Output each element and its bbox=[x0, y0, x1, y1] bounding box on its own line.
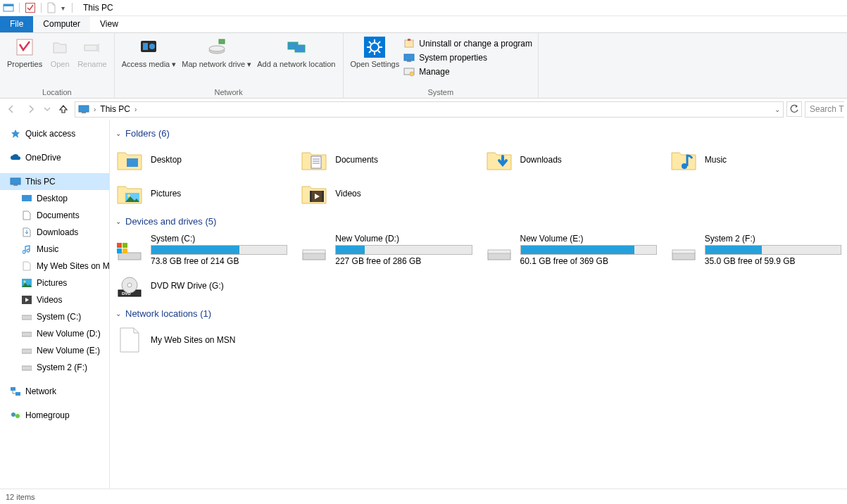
chevron-right-icon[interactable]: › bbox=[94, 106, 96, 113]
up-button[interactable] bbox=[55, 101, 72, 118]
nav-videos[interactable]: Videos bbox=[0, 291, 109, 308]
drive-dvd-g[interactable]: DVD DVD RW Drive (G:) bbox=[113, 270, 290, 301]
refresh-button[interactable] bbox=[786, 101, 802, 117]
ribbon-group-label: System bbox=[348, 87, 534, 98]
folder-music[interactable]: Music bbox=[667, 144, 844, 175]
netloc-msn[interactable]: My Web Sites on MSN bbox=[113, 325, 290, 355]
videos-icon bbox=[21, 294, 32, 305]
nav-documents[interactable]: Documents bbox=[0, 207, 109, 224]
nav-my-web-sites[interactable]: My Web Sites on MSN bbox=[0, 258, 109, 275]
divider bbox=[41, 3, 42, 13]
folder-icon bbox=[115, 146, 144, 174]
qat-checkbox-icon[interactable] bbox=[25, 2, 36, 13]
folder-icon bbox=[670, 146, 698, 174]
drive-new-volume-d[interactable]: New Volume (D:) 227 GB free of 286 GB bbox=[297, 232, 475, 267]
map-network-drive-button[interactable]: Map network drive ▾ bbox=[179, 34, 254, 70]
nav-system-c[interactable]: System (C:) bbox=[0, 308, 109, 325]
svg-rect-4 bbox=[84, 45, 97, 51]
nav-new-volume-e[interactable]: New Volume (E:) bbox=[0, 342, 109, 359]
desktop-icon bbox=[21, 193, 32, 204]
svg-point-53 bbox=[127, 194, 130, 197]
open-settings-button[interactable]: Open Settings bbox=[348, 34, 403, 70]
qat-dropdown-icon[interactable]: ▾ bbox=[59, 4, 67, 12]
chevron-down-icon[interactable]: ⌄ bbox=[774, 106, 780, 113]
media-icon bbox=[137, 36, 160, 58]
folder-downloads[interactable]: Downloads bbox=[482, 144, 660, 175]
nav-system2-f[interactable]: System 2 (F:) bbox=[0, 359, 109, 376]
svg-rect-33 bbox=[13, 184, 18, 186]
svg-rect-57 bbox=[118, 253, 141, 260]
nav-desktop[interactable]: Desktop bbox=[0, 190, 109, 207]
drive-icon bbox=[300, 236, 328, 264]
section-header-drives[interactable]: ⌄Devices and drives (5) bbox=[115, 216, 844, 227]
drive-icon bbox=[21, 311, 32, 322]
documents-icon bbox=[21, 210, 32, 221]
tab-computer[interactable]: Computer bbox=[33, 16, 90, 32]
nav-music[interactable]: Music bbox=[0, 241, 109, 258]
nav-quick-access[interactable]: Quick access bbox=[0, 125, 109, 142]
ribbon-group-label: Location bbox=[4, 87, 110, 98]
nav-downloads[interactable]: Downloads bbox=[0, 224, 109, 241]
folder-icon bbox=[485, 146, 513, 174]
folder-desktop[interactable]: Desktop bbox=[113, 144, 290, 175]
window-title: This PC bbox=[77, 3, 113, 13]
properties-icon bbox=[13, 36, 36, 58]
breadcrumb-item[interactable]: This PC bbox=[100, 104, 130, 114]
svg-rect-13 bbox=[295, 45, 305, 52]
back-button[interactable] bbox=[3, 101, 20, 118]
folder-videos[interactable]: Videos bbox=[297, 178, 475, 209]
nav-onedrive[interactable]: OneDrive bbox=[0, 149, 109, 166]
usage-bar bbox=[151, 245, 287, 255]
folder-documents[interactable]: Documents bbox=[297, 144, 475, 175]
section-header-folders[interactable]: ⌄Folders (6) bbox=[115, 128, 844, 139]
access-media-button[interactable]: Access media ▾ bbox=[119, 34, 180, 70]
nav-network[interactable]: Network bbox=[0, 383, 109, 400]
svg-rect-31 bbox=[82, 112, 86, 113]
tab-view[interactable]: View bbox=[90, 16, 128, 32]
nav-new-volume-d[interactable]: New Volume (D:) bbox=[0, 325, 109, 342]
svg-rect-43 bbox=[15, 392, 20, 396]
svg-rect-27 bbox=[407, 61, 411, 62]
svg-rect-58 bbox=[117, 243, 122, 248]
nav-homegroup[interactable]: Homegroup bbox=[0, 407, 109, 424]
file-icon bbox=[115, 326, 144, 354]
title-bar: ▾ This PC bbox=[0, 0, 847, 16]
svg-rect-46 bbox=[127, 158, 138, 167]
svg-point-45 bbox=[15, 414, 20, 418]
svg-point-36 bbox=[24, 281, 26, 283]
ribbon-group-network: Access media ▾ Map network drive ▾ Add a… bbox=[115, 33, 344, 98]
manage-icon bbox=[403, 66, 415, 77]
svg-rect-42 bbox=[11, 387, 15, 391]
drive-system-c[interactable]: System (C:) 73.8 GB free of 214 GB bbox=[113, 232, 290, 267]
downloads-icon bbox=[21, 227, 32, 238]
chevron-right-icon[interactable]: › bbox=[134, 106, 137, 113]
add-network-location-button[interactable]: Add a network location bbox=[254, 34, 338, 70]
nav-pictures[interactable]: Pictures bbox=[0, 275, 109, 291]
manage-button[interactable]: Manage bbox=[402, 65, 534, 78]
uninstall-program-button[interactable]: Uninstall or change a program bbox=[402, 37, 534, 50]
folder-icon bbox=[115, 179, 144, 208]
svg-rect-41 bbox=[22, 366, 32, 370]
drive-new-volume-e[interactable]: New Volume (E:) 60.1 GB free of 369 GB bbox=[482, 232, 660, 267]
svg-rect-25 bbox=[408, 39, 410, 41]
recent-locations-button[interactable] bbox=[42, 101, 52, 118]
address-bar[interactable]: › This PC › ⌄ bbox=[75, 101, 784, 118]
chevron-down-icon: ⌄ bbox=[115, 218, 121, 225]
search-input[interactable]: Search This PC bbox=[805, 101, 844, 118]
properties-button[interactable]: Properties bbox=[4, 34, 45, 70]
forward-button[interactable] bbox=[23, 101, 39, 118]
drive-system2-f[interactable]: System 2 (F:) 35.0 GB free of 59.9 GB bbox=[667, 232, 844, 267]
drive-icon bbox=[670, 236, 698, 264]
svg-rect-47 bbox=[311, 156, 321, 168]
homegroup-icon bbox=[10, 410, 21, 421]
svg-rect-61 bbox=[123, 248, 127, 253]
folder-pictures[interactable]: Pictures bbox=[113, 178, 290, 209]
svg-rect-26 bbox=[404, 54, 414, 61]
svg-rect-38 bbox=[22, 315, 32, 320]
system-properties-button[interactable]: System properties bbox=[402, 51, 534, 64]
folder-icon bbox=[300, 179, 328, 208]
tab-file[interactable]: File bbox=[0, 16, 33, 32]
section-header-netloc[interactable]: ⌄Network locations (1) bbox=[115, 308, 844, 319]
nav-this-pc[interactable]: This PC bbox=[0, 173, 109, 190]
divider bbox=[19, 3, 20, 13]
